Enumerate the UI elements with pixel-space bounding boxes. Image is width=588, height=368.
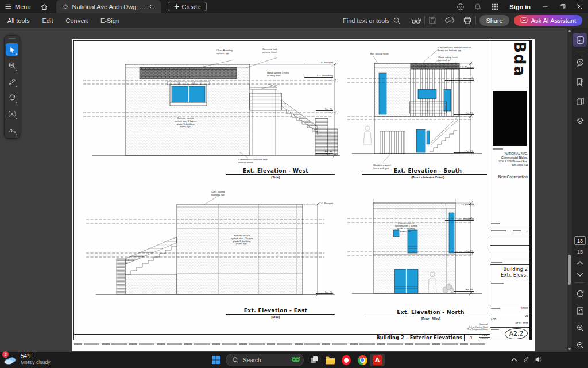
printer-icon <box>463 16 472 25</box>
ai-assistant-icon <box>520 17 528 24</box>
minimize-icon <box>541 3 549 10</box>
close-tab-icon[interactable] <box>149 3 155 10</box>
east-title: Ext. Elevation - East <box>204 308 347 313</box>
glasses-icon <box>411 16 421 25</box>
close-window-button[interactable] <box>571 0 588 13</box>
toolbar-divider <box>424 16 425 25</box>
select-tool-button[interactable] <box>6 43 18 56</box>
east-elevation-drawing <box>83 190 342 313</box>
titleblock-rule <box>490 313 529 313</box>
pen-tray-icon[interactable] <box>523 356 529 363</box>
layers-panel-button[interactable] <box>573 114 587 128</box>
current-page-input[interactable]: 13 <box>574 236 586 245</box>
south-callout-concrete: Concrete look exterior finish at bump-ou… <box>438 47 483 52</box>
comments-panel-button[interactable] <box>573 55 587 69</box>
hamburger-icon <box>5 3 12 10</box>
minimize-button[interactable] <box>536 0 554 13</box>
menu-button[interactable]: Menu <box>0 0 36 13</box>
sheet-edge-bar <box>529 40 532 340</box>
ai-assistant-panel-button[interactable] <box>573 33 587 47</box>
rotate-icon <box>576 289 585 298</box>
share-button[interactable]: Share <box>479 15 509 26</box>
help-button[interactable]: ? <box>452 0 469 13</box>
convert-button[interactable]: Convert <box>60 17 95 24</box>
west-level-parapet: T.O. Parapet <box>304 61 333 64</box>
chrome-icon <box>358 355 368 365</box>
east-note-stucco: Exterior stucco system over 2 layers gra… <box>220 235 264 246</box>
bookmarks-panel-button[interactable] <box>573 75 587 89</box>
weather-widget[interactable]: 2 54°F Mostly cloudy <box>3 353 51 366</box>
zoom-out-button[interactable] <box>573 338 587 352</box>
west-callout-roof: Class A roofing system, typ. <box>216 49 233 55</box>
save-button[interactable] <box>428 16 437 25</box>
scrollbar-thumb[interactable] <box>568 255 571 285</box>
previous-page-button[interactable] <box>573 258 587 267</box>
tray-chevron-up-icon[interactable] <box>511 357 517 362</box>
rotate-page-button[interactable] <box>573 286 587 300</box>
south-level-sheathing: T.O. Sheathing <box>445 77 474 80</box>
create-button[interactable]: Create <box>168 2 207 12</box>
titleblock-rule <box>490 281 529 281</box>
sign-tool-button[interactable] <box>6 124 18 136</box>
fit-page-button[interactable] <box>573 304 587 317</box>
titleblock-rule <box>490 264 529 265</box>
acrobat-button[interactable]: A <box>370 354 385 366</box>
east-callout-coping: Cont. coping flashing, typ. <box>211 191 225 197</box>
north-level-fin1: Fin. Flr. <box>454 250 474 253</box>
titleblock-rule <box>490 327 529 328</box>
east-level-parapet: T.O. Parapet <box>304 202 333 205</box>
south-level-fin1: Fin. Flr. <box>454 112 474 115</box>
north-subtitle: (Rear - Alley) <box>359 317 502 320</box>
right-panel-rail: 13 15 <box>572 28 588 352</box>
rail-drag-handle[interactable] <box>9 38 16 39</box>
project-name: NATIONAL AVE. <box>490 152 528 156</box>
esign-button[interactable]: E-Sign <box>94 17 126 24</box>
south-callout-wood: Wood siding finish (vertical, w/ stagger… <box>438 56 473 64</box>
print-button[interactable] <box>463 16 472 25</box>
chrome-button[interactable] <box>355 354 370 366</box>
toolbar-divider-2 <box>475 16 476 25</box>
taskbar-search[interactable]: Search <box>226 354 304 366</box>
upload-cloud-button[interactable] <box>445 16 455 25</box>
pdf-page[interactable]: Class A roofing system, typ. Concrete lo… <box>72 39 535 351</box>
add-text-icon: A <box>8 110 16 118</box>
find-placeholder: Find text or tools <box>343 17 389 24</box>
draw-tool-button[interactable] <box>6 75 18 88</box>
start-button[interactable] <box>208 354 223 366</box>
restore-button[interactable] <box>554 0 571 13</box>
quick-tools-rail: A <box>4 35 20 139</box>
find-control[interactable]: Find text or tools <box>343 17 401 25</box>
bookmark-icon <box>576 78 585 86</box>
zoom-tool-button[interactable] <box>6 59 18 72</box>
vertical-scrollbar[interactable] <box>567 28 572 352</box>
page-thumbnails-panel-button[interactable] <box>573 94 587 108</box>
next-page-button[interactable] <box>573 270 587 279</box>
edit-button[interactable]: Edit <box>36 17 60 24</box>
all-tools-button[interactable]: All tools <box>1 17 36 24</box>
titleblock-rule <box>490 236 529 236</box>
ask-ai-label: Ask AI Assistant <box>531 17 576 24</box>
opera-button[interactable] <box>339 354 354 366</box>
add-text-tool-button[interactable]: A <box>6 108 18 120</box>
sign-in-button[interactable]: Sign in <box>509 3 531 10</box>
sheet-footer-title: Building 2 - Exterior Elevations <box>376 335 462 340</box>
volume-icon[interactable] <box>535 356 542 363</box>
document-tab[interactable]: National Ave Arch Dwg_... <box>56 0 161 13</box>
scroll-down-arrow[interactable] <box>568 348 571 350</box>
file-explorer-button[interactable] <box>323 354 338 366</box>
rail-divider <box>575 282 585 283</box>
scroll-up-arrow[interactable] <box>568 30 571 32</box>
east-level-fin: Fin. Flr. <box>316 290 333 294</box>
zoom-in-button[interactable] <box>573 321 587 335</box>
faux-text <box>491 283 504 284</box>
erase-tool-button[interactable] <box>6 91 18 104</box>
zoom-out-icon <box>576 341 585 350</box>
ask-ai-button[interactable]: Ask AI Assistant <box>514 15 582 26</box>
task-view-button[interactable] <box>307 354 322 366</box>
read-aloud-button[interactable] <box>411 16 421 25</box>
apps-button[interactable] <box>486 0 504 13</box>
sheet-number: A2.2 <box>509 329 524 338</box>
home-icon <box>40 3 48 11</box>
notifications-button[interactable] <box>469 0 486 13</box>
home-button[interactable] <box>36 0 53 13</box>
